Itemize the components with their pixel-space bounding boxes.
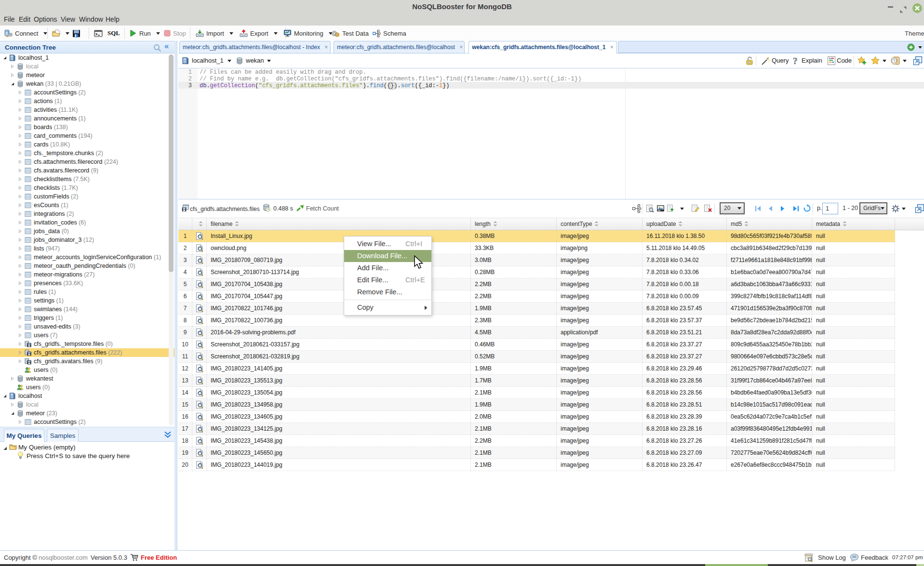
svg-text:?: ? <box>793 56 798 66</box>
